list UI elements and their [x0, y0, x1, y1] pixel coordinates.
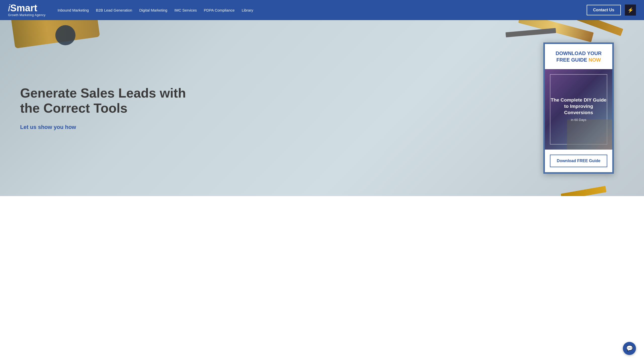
logo[interactable]: iSmart Growth Marketing Agency — [8, 3, 46, 17]
nav-b2b-lead-generation[interactable]: B2B Lead Generation — [96, 8, 132, 12]
logo-subtitle: Growth Marketing Agency — [8, 13, 46, 17]
guide-header-line1: DOWNLOAD YOUR — [556, 51, 602, 56]
logo-smart-text: Smart — [10, 3, 37, 13]
guide-card-footer: Download FREE Guide — [545, 150, 612, 172]
guide-book-subtitle: in 60 Days — [550, 118, 607, 122]
guide-card: DOWNLOAD YOUR FREE GUIDE NOW The Complet… — [543, 42, 614, 174]
download-free-guide-button[interactable]: Download FREE Guide — [550, 155, 607, 167]
guide-header-line2: FREE GUIDE — [556, 57, 589, 63]
guide-card-header: DOWNLOAD YOUR FREE GUIDE NOW — [545, 44, 612, 69]
hero-cta-link[interactable]: Let us show you how — [20, 124, 76, 130]
nav-links: Inbound Marketing B2B Lead Generation Di… — [58, 8, 583, 12]
guide-card-image: The Complete DIY Guide to Improving Conv… — [545, 69, 612, 150]
navbar: iSmart Growth Marketing Agency Inbound M… — [0, 0, 644, 20]
hero-title: Generate Sales Leads with the Correct To… — [20, 86, 186, 116]
nav-digital-marketing[interactable]: Digital Marketing — [139, 8, 167, 12]
guide-card-wrapper: DOWNLOAD YOUR FREE GUIDE NOW The Complet… — [543, 20, 614, 196]
contact-us-button[interactable]: Contact Us — [587, 5, 621, 15]
nav-imc-services[interactable]: IMC Services — [174, 8, 197, 12]
nav-icon-button[interactable]: ⚡ — [625, 5, 636, 16]
nav-inbound-marketing[interactable]: Inbound Marketing — [58, 8, 89, 12]
guide-book-text: The Complete DIY Guide to Improving Conv… — [545, 92, 612, 126]
logo-text: iSmart — [8, 3, 46, 13]
hero-section: Generate Sales Leads with the Correct To… — [0, 20, 644, 196]
nav-icon: ⚡ — [627, 7, 634, 13]
nav-pdpa-compliance[interactable]: PDPA Compliance — [204, 8, 234, 12]
guide-book-title: The Complete DIY Guide to Improving Conv… — [550, 97, 607, 116]
nav-library[interactable]: Library — [242, 8, 253, 12]
guide-header-highlight: NOW — [588, 57, 601, 63]
guide-header-title: DOWNLOAD YOUR FREE GUIDE NOW — [550, 50, 607, 63]
hero-content: Generate Sales Leads with the Correct To… — [0, 71, 206, 146]
